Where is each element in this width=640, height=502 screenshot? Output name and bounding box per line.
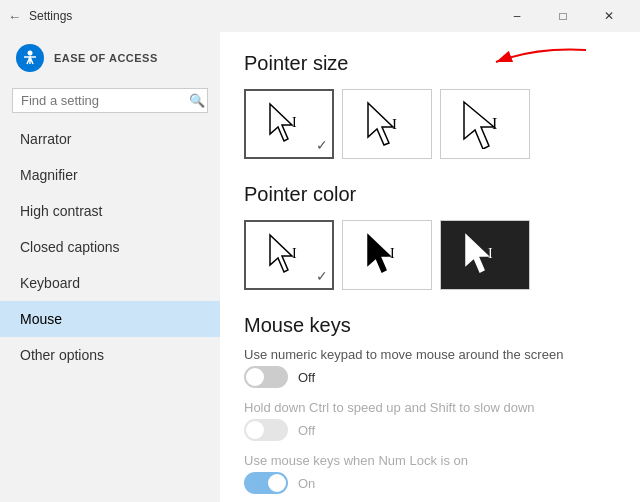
titlebar-title: Settings (29, 9, 72, 23)
cursor-medium-icon: I (360, 99, 415, 149)
titlebar-left: ← Settings (8, 9, 72, 24)
svg-marker-10 (368, 235, 390, 272)
hold-ctrl-toggle-row: Off (244, 419, 616, 441)
titlebar-controls: – □ ✕ (494, 0, 632, 32)
hold-ctrl-setting: Hold down Ctrl to speed up and Shift to … (244, 400, 616, 441)
mouse-keys-toggle-label: Off (298, 370, 315, 385)
pointer-color-options: I ✓ I I (244, 220, 616, 290)
mouse-keys-toggle-row: Off (244, 366, 616, 388)
svg-text:I: I (292, 246, 297, 261)
numlock-setting: Use mouse keys when Num Lock is on On (244, 453, 616, 494)
numlock-toggle-label: On (298, 476, 315, 491)
cursor-inverted-icon: I (458, 230, 513, 280)
sidebar-item-high-contrast[interactable]: High contrast (0, 193, 220, 229)
mouse-keys-toggle[interactable] (244, 366, 288, 388)
svg-text:I: I (488, 246, 493, 261)
pointer-size-medium[interactable]: I (342, 89, 432, 159)
main-panel: Pointer size (220, 32, 640, 502)
cursor-small-icon: I (262, 99, 317, 149)
sidebar-item-closed-captions[interactable]: Closed captions (0, 229, 220, 265)
selected-checkmark: ✓ (316, 137, 328, 153)
hold-ctrl-toggle[interactable] (244, 419, 288, 441)
sidebar: EASE OF ACCESS 🔍 Narrator Magnifier High… (0, 32, 220, 502)
svg-text:I: I (492, 115, 497, 132)
cursor-large-icon: I (458, 99, 513, 149)
minimize-button[interactable]: – (494, 0, 540, 32)
sidebar-item-other-options[interactable]: Other options (0, 337, 220, 373)
svg-text:I: I (390, 246, 395, 261)
titlebar: ← Settings – □ ✕ (0, 0, 640, 32)
hold-ctrl-toggle-label: Off (298, 423, 315, 438)
mouse-keys-label: Use numeric keypad to move mouse around … (244, 347, 616, 362)
search-input[interactable] (21, 93, 189, 108)
pointer-color-white[interactable]: I ✓ (244, 220, 334, 290)
pointer-size-header: Pointer size (244, 52, 616, 75)
numlock-label: Use mouse keys when Num Lock is on (244, 453, 616, 468)
svg-marker-8 (270, 235, 292, 272)
pointer-size-large[interactable]: I (440, 89, 530, 159)
sidebar-item-mouse[interactable]: Mouse (0, 301, 220, 337)
pointer-color-inverted[interactable]: I (440, 220, 530, 290)
main-wrapper: Pointer size (220, 32, 640, 502)
pointer-size-small[interactable]: I ✓ (244, 89, 334, 159)
svg-marker-6 (464, 102, 494, 149)
pointer-color-black[interactable]: I (342, 220, 432, 290)
pointer-color-title: Pointer color (244, 183, 616, 206)
search-box[interactable]: 🔍 (12, 88, 208, 113)
mouse-keys-setting: Use numeric keypad to move mouse around … (244, 347, 616, 388)
maximize-button[interactable]: □ (540, 0, 586, 32)
window: ← Settings – □ ✕ EASE OF ACCESS (0, 0, 640, 502)
cursor-white-icon: I (262, 230, 317, 280)
sidebar-item-narrator[interactable]: Narrator (0, 121, 220, 157)
sidebar-item-keyboard[interactable]: Keyboard (0, 265, 220, 301)
sidebar-section-title: EASE OF ACCESS (54, 52, 158, 64)
hold-ctrl-label: Hold down Ctrl to speed up and Shift to … (244, 400, 616, 415)
svg-point-0 (28, 51, 33, 56)
sidebar-item-magnifier[interactable]: Magnifier (0, 157, 220, 193)
pointer-size-options: I ✓ I I (244, 89, 616, 159)
cursor-black-icon: I (360, 230, 415, 280)
search-icon: 🔍 (189, 93, 205, 108)
color-white-checkmark: ✓ (316, 268, 328, 284)
numlock-toggle[interactable] (244, 472, 288, 494)
content-area: EASE OF ACCESS 🔍 Narrator Magnifier High… (0, 32, 640, 502)
svg-marker-2 (270, 104, 292, 141)
svg-text:I: I (392, 116, 397, 132)
ease-of-access-icon (16, 44, 44, 72)
close-button[interactable]: ✕ (586, 0, 632, 32)
sidebar-header: EASE OF ACCESS (0, 32, 220, 84)
svg-marker-4 (368, 103, 393, 145)
back-icon[interactable]: ← (8, 9, 21, 24)
pointer-size-title: Pointer size (244, 52, 616, 75)
mouse-keys-title: Mouse keys (244, 314, 616, 337)
svg-marker-12 (466, 235, 488, 272)
numlock-toggle-row: On (244, 472, 616, 494)
svg-text:I: I (292, 115, 297, 130)
